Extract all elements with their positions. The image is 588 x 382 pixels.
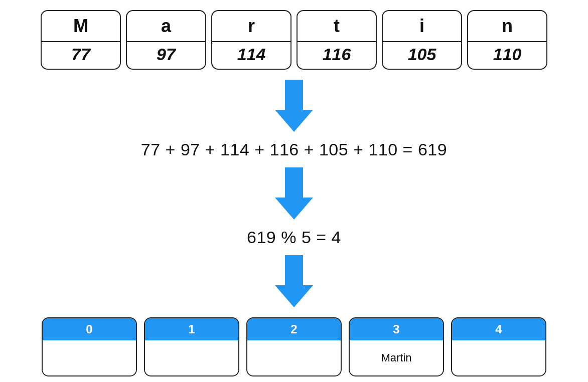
char-letter-4: i xyxy=(419,16,424,36)
char-card-1: a97 xyxy=(126,10,206,70)
bucket-2: 2 xyxy=(246,317,342,376)
char-ascii-2: 114 xyxy=(237,45,266,64)
arrow-shaft-3 xyxy=(285,255,303,285)
bucket-3: 3Martin xyxy=(349,317,444,376)
char-letter-1: a xyxy=(161,16,171,36)
char-divider-1 xyxy=(127,41,205,42)
char-divider-3 xyxy=(298,41,376,42)
bucket-1: 1 xyxy=(144,317,239,376)
bucket-body-0 xyxy=(43,340,136,375)
bucket-body-2 xyxy=(247,340,341,375)
arrow-head-1 xyxy=(275,110,313,132)
mod-formula: 619 % 5 = 4 xyxy=(247,228,341,247)
bucket-header-1: 1 xyxy=(145,318,238,340)
arrow-head-3 xyxy=(275,285,313,307)
char-divider-5 xyxy=(468,41,546,42)
bucket-4: 4 xyxy=(451,317,546,376)
bucket-header-2: 2 xyxy=(247,318,341,340)
bucket-body-3: Martin xyxy=(350,340,443,375)
arrow-down-3 xyxy=(275,255,313,307)
bucket-header-0: 0 xyxy=(43,318,136,340)
bucket-0: 0 xyxy=(42,317,137,376)
char-divider-2 xyxy=(212,41,290,42)
char-card-2: r114 xyxy=(211,10,291,70)
bucket-body-1 xyxy=(145,340,238,375)
arrow-shaft-1 xyxy=(285,80,303,110)
char-divider-0 xyxy=(42,41,120,42)
char-card-0: M77 xyxy=(41,10,121,70)
bucket-body-4 xyxy=(452,340,545,375)
char-ascii-3: 116 xyxy=(323,45,351,64)
bucket-header-4: 4 xyxy=(452,318,545,340)
char-ascii-1: 97 xyxy=(157,45,176,64)
char-card-4: i105 xyxy=(382,10,462,70)
character-cards-row: M77a97r114t116i105n110 xyxy=(41,10,547,70)
char-letter-5: n xyxy=(502,16,513,36)
char-card-3: t116 xyxy=(297,10,377,70)
char-ascii-5: 110 xyxy=(493,45,522,64)
char-letter-3: t xyxy=(334,16,340,36)
char-letter-0: M xyxy=(73,16,88,36)
char-letter-2: r xyxy=(248,16,255,36)
buckets-row: 0123Martin4 xyxy=(42,317,546,376)
arrow-shaft-2 xyxy=(285,167,303,198)
char-ascii-0: 77 xyxy=(71,45,90,64)
char-divider-4 xyxy=(383,41,461,42)
char-card-5: n110 xyxy=(467,10,547,70)
char-ascii-4: 105 xyxy=(408,45,436,64)
sum-formula: 77 + 97 + 114 + 116 + 105 + 110 = 619 xyxy=(141,140,447,159)
arrow-down-1 xyxy=(275,80,313,132)
arrow-head-2 xyxy=(275,198,313,220)
bucket-header-3: 3 xyxy=(350,318,443,340)
arrow-down-2 xyxy=(275,167,313,220)
